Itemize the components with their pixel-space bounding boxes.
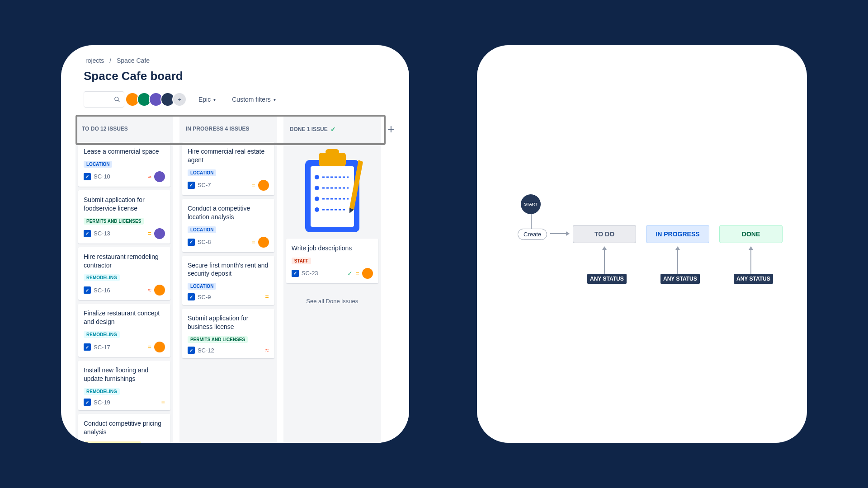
card-title: Install new flooring and update furnishi…	[84, 366, 165, 383]
card-title: Secure first month's rent and security d…	[188, 261, 269, 278]
assignee-avatars: +	[128, 92, 187, 107]
task-icon: ✓	[84, 286, 91, 294]
priority-medium-icon: =	[252, 182, 255, 189]
workflow-any-status-label[interactable]: ANY STATUS	[587, 274, 627, 284]
issue-card[interactable]: Submit application for business licenseP…	[182, 309, 274, 358]
issue-card[interactable]: Secure first month's rent and security d…	[182, 256, 274, 305]
custom-filters[interactable]: Custom filters▾	[227, 93, 280, 106]
arrow-icon	[550, 233, 569, 234]
priority-medium-icon: =	[148, 343, 151, 351]
card-label: LOCATION	[188, 283, 216, 290]
issue-card[interactable]: Lease a commercial spaceLOCATION✓SC-10≈	[78, 142, 170, 187]
assignee-avatar[interactable]	[154, 342, 165, 352]
assignee-avatar[interactable]	[154, 228, 165, 239]
card-key: ✓SC-13	[84, 230, 110, 237]
card-title: Submit application for business license	[188, 314, 269, 331]
epic-filter[interactable]: Epic▾	[194, 93, 220, 106]
arrow-icon	[750, 247, 751, 276]
breadcrumb-projects[interactable]: rojects	[85, 57, 104, 64]
priority-medium-icon: =	[161, 399, 165, 406]
issue-card[interactable]: Conduct competitive pricing analysisFOOD…	[78, 414, 170, 443]
card-key: ✓SC-10	[84, 173, 110, 180]
card-key: ✓SC-16	[84, 286, 110, 294]
chevron-down-icon: ▾	[213, 97, 216, 102]
workflow-status-todo[interactable]: TO DO	[573, 225, 636, 243]
card-key: ✓SC-23	[292, 270, 318, 277]
card-key: ✓SC-7	[188, 182, 211, 189]
search-icon	[114, 96, 120, 103]
add-people-button[interactable]: +	[172, 92, 187, 107]
card-key: ✓SC-19	[84, 399, 110, 406]
card-label: PERMITS AND LICENSES	[188, 336, 248, 343]
priority-medium-icon: =	[355, 270, 359, 277]
priority-medium-icon: =	[265, 293, 269, 300]
chevron-down-icon: ▾	[274, 97, 276, 102]
column-done: DONE 1 ISSUE ✓	[283, 116, 381, 443]
card-label: LOCATION	[188, 226, 216, 233]
svg-point-8	[315, 186, 319, 190]
card-key: ✓SC-17	[84, 343, 110, 351]
done-illustration	[286, 143, 378, 239]
card-title: Submit application for foodservice licen…	[84, 196, 165, 213]
task-icon: ✓	[188, 182, 195, 189]
svg-rect-4	[319, 153, 346, 166]
issue-card[interactable]: Hire commercial real estate agentLOCATIO…	[182, 142, 274, 195]
issue-card[interactable]: Install new flooring and update furnishi…	[78, 361, 170, 410]
add-column-button[interactable]: +	[387, 116, 395, 443]
column-header-progress[interactable]: IN PROGRESS 4 ISSUES	[179, 116, 277, 142]
svg-point-10	[315, 197, 319, 201]
task-icon: ✓	[292, 270, 299, 277]
card-key: ✓SC-12	[188, 347, 214, 354]
card-label: REMODELING	[84, 388, 120, 395]
card-label: STAFF	[292, 258, 311, 264]
card-label: LOCATION	[188, 169, 216, 176]
arrow-icon	[677, 247, 678, 276]
assignee-avatar[interactable]	[154, 171, 165, 182]
card-title: Conduct competitive pricing analysis	[84, 419, 165, 436]
workflow-status-in-progress[interactable]: IN PROGRESS	[646, 225, 709, 243]
card-label: REMODELING	[84, 331, 120, 338]
svg-line-1	[118, 100, 120, 102]
see-all-done-link[interactable]: See all Done issues	[286, 287, 378, 315]
svg-point-0	[115, 97, 118, 101]
priority-high-icon: ≈	[148, 173, 151, 180]
workflow-status-done[interactable]: DONE	[719, 225, 783, 243]
priority-medium-icon: =	[148, 230, 151, 237]
card-label: REMODELING	[84, 274, 120, 281]
column-header-done[interactable]: DONE 1 ISSUE ✓	[283, 116, 381, 143]
workflow-start-node[interactable]: START	[521, 194, 541, 214]
issue-card[interactable]: Conduct a competitive location analysisL…	[182, 199, 274, 252]
issue-card[interactable]: Hire restaurant remodeling contractorREM…	[78, 247, 170, 300]
card-title: Write job descriptions	[292, 244, 373, 253]
workflow-create-transition[interactable]: Create	[518, 229, 547, 240]
assignee-avatar[interactable]	[258, 237, 269, 248]
column-todo: TO DO 12 ISSUES Lease a commercial space…	[75, 116, 173, 443]
svg-point-6	[315, 175, 319, 179]
card-title: Finalize restaurant concept and design	[84, 309, 165, 326]
column-header-todo[interactable]: TO DO 12 ISSUES	[75, 116, 173, 142]
issue-card[interactable]: Finalize restaurant concept and designRE…	[78, 304, 170, 357]
breadcrumb-sep: /	[109, 57, 111, 64]
workflow-any-status-label[interactable]: ANY STATUS	[734, 274, 773, 284]
workflow-panel: START Create TO DO IN PROGRESS DONE ANY …	[477, 45, 807, 443]
assignee-avatar[interactable]	[154, 285, 165, 296]
breadcrumb-current[interactable]: Space Cafe	[117, 57, 150, 64]
workflow-any-status-label[interactable]: ANY STATUS	[660, 274, 700, 284]
assignee-avatar[interactable]	[258, 180, 269, 191]
issue-card[interactable]: Submit application for foodservice licen…	[78, 190, 170, 244]
svg-rect-5	[326, 149, 339, 155]
assignee-avatar[interactable]	[362, 268, 373, 279]
search-input[interactable]	[84, 91, 124, 108]
workflow-diagram: START Create TO DO IN PROGRESS DONE ANY …	[509, 203, 775, 303]
card-title: Lease a commercial space	[84, 147, 165, 156]
check-icon: ✓	[330, 126, 336, 133]
issue-card[interactable]: Write job descriptionsSTAFF✓SC-23✓=	[286, 239, 378, 283]
task-icon: ✓	[84, 173, 91, 180]
arrow-icon	[604, 247, 605, 276]
card-title: Conduct a competitive location analysis	[188, 204, 269, 221]
task-icon: ✓	[84, 230, 91, 237]
breadcrumb: rojects / Space Cafe	[66, 54, 405, 66]
card-label: PERMITS AND LICENSES	[84, 218, 144, 225]
priority-medium-icon: =	[252, 239, 255, 246]
board-toolbar: + Epic▾ Custom filters▾	[66, 89, 405, 116]
